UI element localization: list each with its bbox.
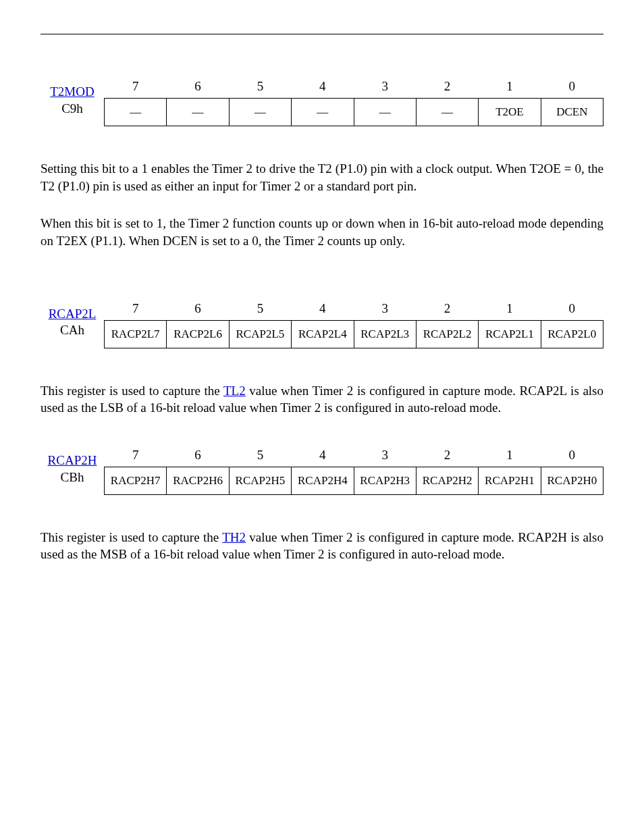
bit-cell: — — [229, 99, 291, 126]
bit-number: 3 — [354, 297, 416, 321]
bit-number: 1 — [479, 297, 541, 321]
bit-number: 5 — [229, 444, 291, 467]
bit-cell: RCAP2H3 — [354, 467, 416, 494]
bit-number: 2 — [416, 444, 478, 467]
register-table-rcap2l: RCAP2L CAh 7 6 5 4 3 2 1 0 RACP2L7 RACP2… — [41, 297, 603, 348]
register-table-rcap2h: RCAP2H CBh 7 6 5 4 3 2 1 0 RACP2H7 RACP2… — [41, 444, 603, 495]
bit-number: 1 — [479, 444, 541, 467]
bit-cell: RACP2L6 — [167, 320, 229, 348]
bit-number: 0 — [541, 297, 603, 321]
bit-cell: RCAP2H4 — [292, 467, 354, 494]
desc-rcap2l: This register is used to capture the TL2… — [41, 382, 603, 417]
bit-cell: — — [416, 99, 478, 126]
bit-cell: T2OE — [479, 99, 541, 126]
desc-t2oe: Setting this bit to a 1 enables the Time… — [41, 160, 603, 194]
register-addr: CBh — [61, 470, 84, 484]
bit-cell: RCAP2L5 — [229, 320, 291, 348]
bit-number: 4 — [292, 75, 354, 99]
register-label-cell: RCAP2L CAh — [41, 297, 105, 348]
bit-cell: RCAP2H0 — [541, 467, 603, 494]
bit-number: 0 — [541, 444, 603, 467]
bit-number: 6 — [167, 297, 229, 321]
bit-cell: RCAP2L4 — [292, 320, 354, 348]
bit-number: 7 — [105, 444, 167, 467]
bit-number: 4 — [292, 297, 354, 321]
register-table-t2mod: T2MOD C9h 7 6 5 4 3 2 1 0 — — — — — — T2… — [41, 75, 603, 126]
register-block-t2mod: T2MOD C9h 7 6 5 4 3 2 1 0 — — — — — — T2… — [41, 75, 603, 126]
bit-number: 5 — [229, 297, 291, 321]
bit-cell: RACP2H6 — [167, 467, 229, 494]
register-addr: C9h — [61, 101, 83, 115]
bit-cell: DCEN — [541, 99, 603, 126]
desc-dcen: When this bit is set to 1, the Timer 2 f… — [41, 215, 603, 249]
bit-cell: RCAP2L1 — [479, 320, 541, 348]
bit-number: 2 — [416, 75, 478, 99]
register-label-cell: RCAP2H CBh — [41, 444, 105, 495]
bit-number: 4 — [292, 444, 354, 467]
desc-text: This register is used to capture the — [41, 384, 223, 398]
bit-cell: RACP2L7 — [105, 320, 167, 348]
register-link-rcap2h[interactable]: RCAP2H — [48, 453, 97, 467]
link-th2[interactable]: TH2 — [222, 530, 246, 544]
bit-cell: — — [292, 99, 354, 126]
register-block-rcap2l: RCAP2L CAh 7 6 5 4 3 2 1 0 RACP2L7 RACP2… — [41, 297, 603, 348]
register-addr: CAh — [60, 323, 84, 337]
top-rule — [41, 34, 603, 34]
bit-number: 3 — [354, 75, 416, 99]
bit-cell: RCAP2H2 — [416, 467, 478, 494]
bit-cell: RACP2H7 — [105, 467, 167, 494]
bit-number: 3 — [354, 444, 416, 467]
bit-cell: RCAP2L0 — [541, 320, 603, 348]
bit-cell: RCAP2L2 — [416, 320, 478, 348]
bit-cell: — — [167, 99, 229, 126]
bit-number: 7 — [105, 297, 167, 321]
bit-cell: — — [354, 99, 416, 126]
bit-number: 1 — [479, 75, 541, 99]
bit-number: 7 — [105, 75, 167, 99]
register-link-t2mod[interactable]: T2MOD — [50, 84, 94, 99]
register-label-cell: T2MOD C9h — [41, 75, 105, 126]
register-link-rcap2l[interactable]: RCAP2L — [49, 307, 97, 321]
bit-number: 2 — [416, 297, 478, 321]
bit-cell: RCAP2L3 — [354, 320, 416, 348]
bit-cell: RCAP2H5 — [229, 467, 291, 494]
desc-text: This register is used to capture the — [41, 530, 222, 544]
bit-cell: — — [105, 99, 167, 126]
bit-cell: RCAP2H1 — [479, 467, 541, 494]
desc-rcap2h: This register is used to capture the TH2… — [41, 529, 603, 563]
link-tl2[interactable]: TL2 — [223, 384, 246, 398]
bit-number: 6 — [167, 75, 229, 99]
register-block-rcap2h: RCAP2H CBh 7 6 5 4 3 2 1 0 RACP2H7 RACP2… — [41, 444, 603, 495]
bit-number: 0 — [541, 75, 603, 99]
bit-number: 5 — [229, 75, 291, 99]
bit-number: 6 — [167, 444, 229, 467]
